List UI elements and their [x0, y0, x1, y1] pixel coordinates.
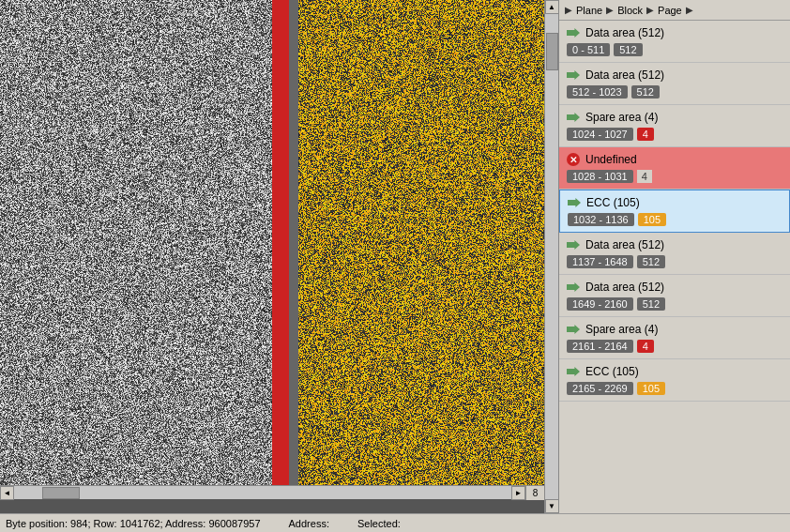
region-badges-r6: 1137 - 1648512: [567, 255, 782, 268]
region-item-r1[interactable]: Data area (512)0 - 511512: [559, 21, 790, 63]
region-item-r3[interactable]: Spare area (4)1024 - 10274: [559, 105, 790, 147]
page-label[interactable]: Page: [658, 5, 682, 16]
region-header-r7: Data area (512): [567, 281, 782, 294]
region-header-r4: ✕Undefined: [567, 153, 782, 166]
content-area: ◄ ► 8 ▲ ▼ ▶ Plane ▶ Block ▶: [0, 0, 790, 513]
gray-noise-canvas: [0, 0, 272, 485]
count-badge-r5: 105: [638, 213, 666, 226]
gray-panel: [0, 0, 272, 485]
orange-noise-canvas: [298, 0, 544, 485]
error-icon: ✕: [567, 153, 580, 166]
red-panel: [272, 0, 289, 485]
range-badge-r6: 1137 - 1648: [567, 255, 633, 268]
count-badge-r6: 512: [637, 255, 665, 268]
arrow-icon: [567, 28, 580, 38]
region-item-r9[interactable]: ECC (105)2165 - 2269105: [559, 359, 790, 402]
plane-label[interactable]: Plane: [576, 5, 602, 16]
range-badge-r2: 512 - 1023: [567, 85, 628, 99]
region-badges-r3: 1024 - 10274: [567, 128, 782, 141]
region-badges-r8: 2161 - 21644: [567, 340, 782, 353]
range-badge-r9: 2165 - 2269: [567, 382, 633, 395]
region-header-r9: ECC (105): [567, 365, 782, 378]
region-header-r5: ECC (105): [568, 196, 782, 209]
block-label[interactable]: Block: [617, 5, 643, 16]
range-badge-r4: 1028 - 1031: [567, 170, 633, 183]
right-panel-header: ▶ Plane ▶ Block ▶ Page ▶: [559, 0, 790, 21]
v-scroll-down-btn[interactable]: ▼: [545, 499, 559, 513]
byte-position-text: Byte position: 984; Row: 1041762; Addres…: [6, 518, 261, 529]
region-title-r1: Data area (512): [585, 26, 664, 39]
arrow-icon: [567, 325, 580, 334]
address-label: Address:: [289, 518, 329, 529]
region-header-r2: Data area (512): [567, 68, 782, 82]
h-scroll-track[interactable]: [14, 486, 511, 499]
region-header-r1: Data area (512): [567, 26, 782, 39]
right-scroll-container: Data area (512)0 - 511512Data area (512)…: [559, 21, 790, 513]
region-badges-r9: 2165 - 2269105: [567, 382, 782, 395]
range-badge-r1: 0 - 511: [567, 43, 610, 56]
arrow-icon: [567, 282, 580, 292]
h-scroll-left-btn[interactable]: ◄: [0, 486, 14, 500]
region-item-r7[interactable]: Data area (512)1649 - 2160512: [559, 275, 790, 317]
canvas-v-scrollbar: ▲ ▼: [544, 0, 558, 513]
range-badge-r8: 2161 - 2164: [567, 340, 633, 353]
count-text-r4: 4: [637, 170, 652, 183]
block-arrow: ▶: [606, 5, 614, 15]
count-badge-r9: 105: [637, 382, 665, 395]
region-title-r2: Data area (512): [585, 68, 664, 82]
region-badges-r1: 0 - 511512: [567, 43, 782, 56]
region-badges-r4: 1028 - 10314: [567, 170, 782, 183]
horizontal-scrollbar: ◄ ► 8: [0, 485, 544, 499]
arrow-icon: [567, 240, 580, 250]
arrow-icon: [567, 113, 580, 122]
region-header-r6: Data area (512): [567, 238, 782, 251]
v-scroll-thumb[interactable]: [546, 33, 558, 70]
v-scroll-up-btn[interactable]: ▲: [545, 0, 559, 14]
status-bar: Byte position: 984; Row: 1041762; Addres…: [0, 513, 790, 532]
region-item-r5[interactable]: ECC (105)1032 - 1136105: [559, 190, 790, 233]
count-badge-r2: 512: [631, 85, 660, 99]
region-item-r8[interactable]: Spare area (4)2161 - 21644: [559, 317, 790, 359]
region-item-r2[interactable]: Data area (512)512 - 1023512: [559, 63, 790, 105]
region-title-r4: Undefined: [585, 153, 637, 166]
region-item-r4[interactable]: ✕Undefined1028 - 10314: [559, 147, 790, 190]
count-badge-r1: 512: [614, 43, 642, 56]
region-title-r5: ECC (105): [586, 196, 640, 209]
canvas-inner: [0, 0, 544, 485]
count-badge-r7: 512: [637, 297, 665, 311]
region-list: Data area (512)0 - 511512Data area (512)…: [559, 21, 790, 513]
region-title-r9: ECC (105): [585, 365, 639, 378]
h-scroll-thumb[interactable]: [42, 487, 80, 499]
region-badges-r5: 1032 - 1136105: [568, 213, 782, 226]
region-header-r8: Spare area (4): [567, 323, 782, 336]
separator-panel: [289, 0, 298, 485]
count-badge-r3: 4: [637, 128, 654, 141]
h-scroll-right-btn[interactable]: ►: [511, 486, 525, 500]
region-title-r6: Data area (512): [585, 238, 664, 251]
arrow-icon: [568, 198, 581, 207]
range-badge-r3: 1024 - 1027: [567, 128, 633, 141]
region-badges-r7: 1649 - 2160512: [567, 297, 782, 311]
range-badge-r5: 1032 - 1136: [568, 213, 634, 226]
v-scroll-track[interactable]: [545, 14, 558, 499]
region-title-r7: Data area (512): [585, 281, 664, 294]
trail-arrow: ▶: [686, 5, 693, 15]
page-number: 8: [525, 486, 544, 500]
region-item-r6[interactable]: Data area (512)1137 - 1648512: [559, 233, 790, 275]
orange-panel: [298, 0, 544, 485]
arrow-icon: [567, 70, 580, 80]
region-header-r3: Spare area (4): [567, 111, 782, 124]
range-badge-r7: 1649 - 2160: [567, 297, 633, 311]
region-title-r3: Spare area (4): [585, 111, 658, 124]
arrow-icon: [567, 367, 580, 376]
canvas-area: ◄ ► 8: [0, 0, 544, 513]
plane-arrow: ▶: [565, 5, 572, 15]
right-panel: ▶ Plane ▶ Block ▶ Page ▶ Data area (512)…: [558, 0, 790, 513]
count-badge-r8: 4: [637, 340, 654, 353]
main-container: ◄ ► 8 ▲ ▼ ▶ Plane ▶ Block ▶: [0, 0, 790, 532]
page-arrow: ▶: [646, 5, 654, 15]
region-title-r8: Spare area (4): [585, 323, 658, 336]
region-badges-r2: 512 - 1023512: [567, 85, 782, 99]
selected-label: Selected:: [357, 518, 401, 529]
